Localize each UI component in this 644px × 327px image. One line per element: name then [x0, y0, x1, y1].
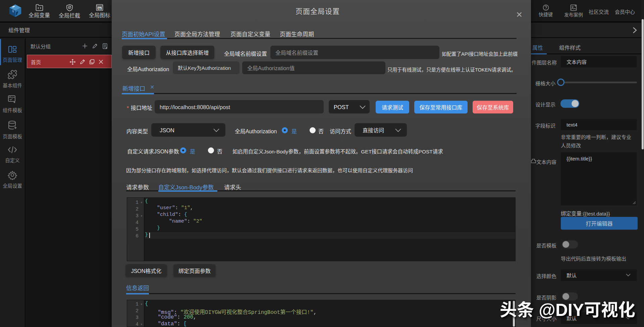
svg-text:Aa: Aa — [98, 7, 101, 10]
